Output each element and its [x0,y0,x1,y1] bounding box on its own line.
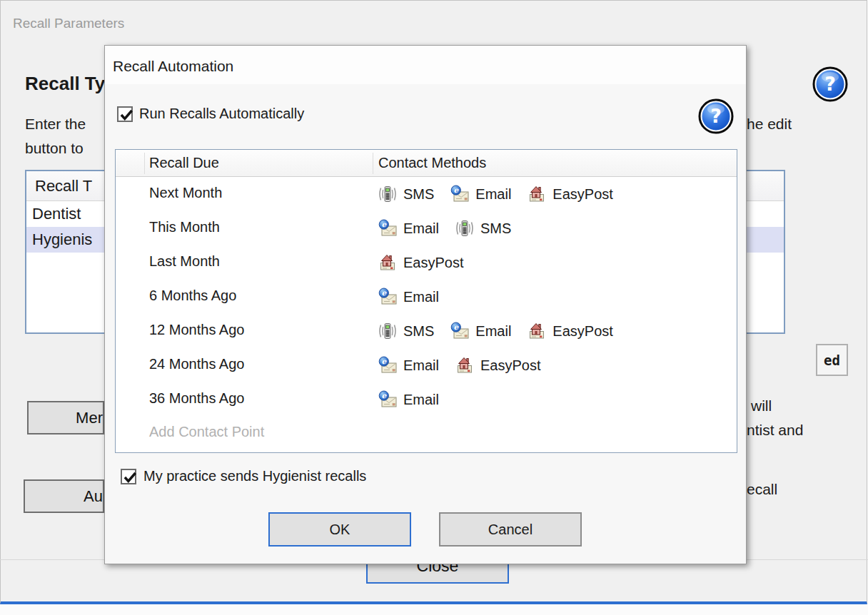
contact-method-label: SMS [403,323,434,340]
contact-method-sms: SMS [378,185,434,203]
svg-text:?: ? [710,105,722,127]
contact-method-email: e Email [378,356,439,375]
contact-method-email: e Email [450,322,511,340]
contact-row[interactable]: This Month e Email SMS [116,211,737,245]
contact-method-easypost: EasyPost [527,185,612,203]
sms-icon [378,185,398,203]
help-icon[interactable]: ? [812,66,848,102]
contact-row[interactable]: 36 Months Ago e Email [116,382,737,417]
right-text-fragment-2: ntist and [747,422,803,439]
easypost-icon [527,185,547,203]
contact-method-sms: SMS [455,219,511,238]
contact-methods-cell: EasyPost [378,245,479,280]
contact-method-easypost: EasyPost [527,322,612,340]
contact-methods-cell: SMS e Email EasyPost [378,314,629,348]
email-icon: e [378,390,398,409]
recall-due-cell: 6 Months Ago [149,288,236,304]
contact-method-label: Email [403,392,439,408]
contact-table-header: Recall Due Contact Methods [116,150,737,177]
easypost-icon [455,356,475,375]
contact-method-label: Email [475,323,511,340]
email-icon: e [450,185,470,203]
contact-method-label: Email [403,289,439,305]
intro-text-line1: Enter the [25,116,86,133]
window-title: Recall Parameters [13,16,124,31]
contact-methods-cell: SMS e Email EasyPost [378,177,629,211]
recall-due-cell: 12 Months Ago [149,322,244,338]
contact-method-label: Email [475,186,511,203]
email-icon: e [450,322,470,340]
recall-due-cell: 24 Months Ago [149,356,244,372]
easypost-icon [527,322,547,340]
contact-method-label: Email [403,220,439,237]
dialog-title: Recall Automation [113,58,233,75]
contact-row[interactable]: Last Month EasyPost [116,245,737,280]
sms-icon [378,322,398,340]
recall-due-cell: This Month [149,219,220,235]
easypost-icon [378,253,398,272]
add-contact-point-row[interactable]: Add Contact Point [149,424,264,440]
automation-button[interactable]: Au [24,479,104,513]
run-recalls-checkbox[interactable] [117,106,133,122]
recall-automation-dialog: Recall Automation Run Recalls Automatica… [104,45,747,564]
merge-button[interactable]: Mer [27,401,104,434]
contact-methods-cell: e Email SMS [378,211,527,245]
contact-table-body: Next Month SMS e Email EasyPostThis Mont… [116,177,737,417]
contact-method-label: EasyPost [552,323,612,340]
contact-method-label: SMS [403,186,434,203]
hygienist-recalls-label: My practice sends Hygienist recalls [143,468,366,484]
ok-button[interactable]: OK [268,512,411,547]
contact-methods-cell: e Email [378,382,455,417]
contact-method-sms: SMS [378,322,434,340]
contact-row[interactable]: 12 Months Ago SMS e Email EasyPost [116,314,737,348]
contact-method-easypost: EasyPost [455,356,540,375]
svg-text:?: ? [824,73,836,95]
recall-due-cell: Last Month [149,253,220,270]
right-text-fragment-3: ecall [747,481,777,498]
column-header-contact-methods[interactable]: Contact Methods [378,155,486,171]
contact-method-email: e Email [378,219,439,238]
email-icon: e [378,288,398,306]
cancel-button[interactable]: Cancel [439,512,582,547]
column-header-recall-due[interactable]: Recall Due [149,155,219,171]
contact-row[interactable]: 6 Months Ago e Email [116,280,737,314]
run-recalls-label: Run Recalls Automatically [139,106,304,122]
intro-text-line2: button to [25,140,84,157]
contact-method-email: e Email [378,288,439,306]
contact-method-easypost: EasyPost [378,253,463,272]
edit-button[interactable]: ed [816,344,848,376]
contact-method-email: e Email [378,390,439,409]
contact-row[interactable]: 24 Months Ago e Email EasyPost [116,348,737,382]
contact-methods-cell: e Email [378,280,455,314]
recall-due-cell: Next Month [149,185,222,201]
contact-method-label: SMS [480,220,511,237]
contact-row[interactable]: Next Month SMS e Email EasyPost [116,177,737,211]
contact-method-label: EasyPost [552,186,612,203]
hygienist-recalls-checkbox[interactable] [121,469,136,484]
contact-method-label: EasyPost [403,255,463,271]
contact-method-email: e Email [450,185,511,203]
email-icon: e [378,219,398,238]
help-icon[interactable]: ? [698,98,734,134]
intro-text-line1-right: he edit [747,116,792,133]
contact-method-label: Email [403,357,439,374]
contact-method-label: EasyPost [480,357,540,374]
contact-methods-table: Recall Due Contact Methods Next Month SM… [115,149,737,453]
email-icon: e [378,356,398,375]
recall-due-cell: 36 Months Ago [149,390,244,407]
contact-methods-cell: e Email EasyPost [378,348,557,382]
sms-icon [455,219,475,238]
recall-type-heading: Recall Ty [25,73,105,95]
right-text-fragment-1: will [751,397,772,415]
